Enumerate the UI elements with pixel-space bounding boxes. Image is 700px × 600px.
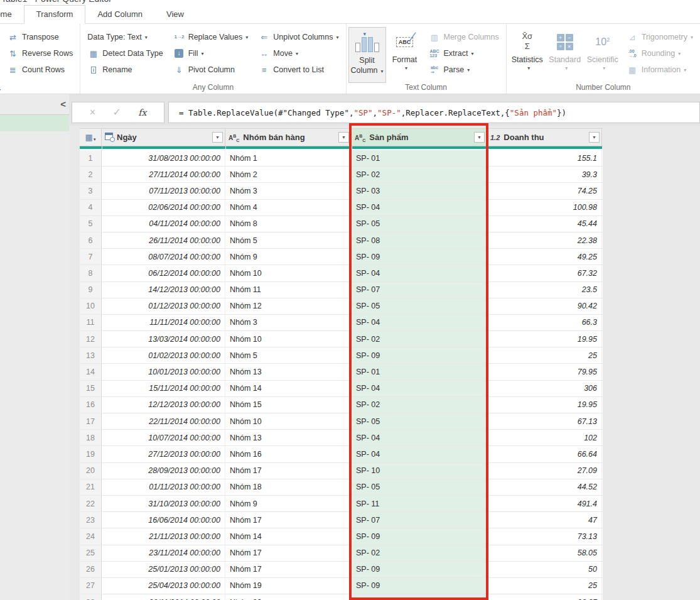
- cell-sản-phẩm[interactable]: SP- 09: [352, 528, 487, 544]
- row-number[interactable]: 8: [80, 265, 102, 281]
- cell-nhóm-bán-hàng[interactable]: Nhóm 5: [225, 347, 352, 363]
- row-number[interactable]: 26: [80, 562, 102, 577]
- cell-doanh-thu[interactable]: 45.44: [487, 216, 602, 232]
- cell-nhóm-bán-hàng[interactable]: Nhóm 17: [225, 463, 352, 479]
- cell-ngày[interactable]: 10/01/2013 00:00:00: [102, 364, 225, 379]
- cell-nhóm-bán-hàng[interactable]: Nhóm 14: [225, 528, 352, 544]
- row-number[interactable]: 5: [80, 216, 102, 232]
- cell-ngày[interactable]: 15/11/2014 00:00:00: [102, 381, 225, 396]
- cell-sản-phẩm[interactable]: SP- 02: [352, 166, 487, 182]
- filter-dropdown-button[interactable]: ▼: [474, 132, 485, 143]
- cell-ngày[interactable]: 25/01/2013 00:00:00: [102, 562, 225, 577]
- parse-button[interactable]: abc⇒Parse▾: [429, 62, 499, 78]
- cell-nhóm-bán-hàng[interactable]: Nhóm 17: [225, 562, 352, 577]
- cell-doanh-thu[interactable]: 27.09: [487, 463, 602, 479]
- cell-sản-phẩm[interactable]: SP- 11: [352, 496, 487, 511]
- cell-sản-phẩm[interactable]: SP- 07: [352, 282, 487, 298]
- cell-ngày[interactable]: 31/10/2013 00:00:00: [102, 496, 225, 511]
- cell-sản-phẩm[interactable]: SP- 02: [352, 397, 487, 413]
- transpose-button[interactable]: ⇄Transpose: [7, 29, 73, 45]
- cell-ngày[interactable]: 23/11/2014 00:00:00: [102, 545, 225, 561]
- row-number[interactable]: 11: [80, 315, 102, 330]
- cell-ngày[interactable]: 08/07/2014 00:00:00: [102, 249, 225, 265]
- extract-button[interactable]: ABC123Extract▾: [429, 45, 499, 62]
- cell-doanh-thu[interactable]: 44.52: [487, 479, 602, 495]
- row-number[interactable]: 20: [80, 463, 102, 479]
- row-number[interactable]: 25: [80, 545, 102, 561]
- column-header-3[interactable]: ABCSản phẩm▼: [352, 129, 487, 146]
- cell-sản-phẩm[interactable]: SP- 01: [352, 150, 487, 166]
- cell-ngày[interactable]: 28/09/2013 00:00:00: [102, 463, 225, 479]
- cell-nhóm-bán-hàng[interactable]: Nhóm 12: [225, 298, 352, 314]
- cell-nhóm-bán-hàng[interactable]: Nhóm 13: [225, 364, 352, 379]
- row-number[interactable]: 4: [80, 200, 102, 215]
- information-button[interactable]: ▦Information▾: [627, 62, 693, 78]
- row-number[interactable]: 16: [80, 397, 102, 413]
- cell-sản-phẩm[interactable]: SP- 09: [352, 347, 487, 363]
- row-number[interactable]: 3: [80, 183, 102, 199]
- cell-doanh-thu[interactable]: 102: [487, 430, 602, 445]
- cell-ngày[interactable]: 22/11/2014 00:00:00: [102, 413, 225, 429]
- trigonometry-button[interactable]: ⊿Trigonometry▾: [627, 29, 693, 45]
- cell-doanh-thu[interactable]: 19.95: [487, 331, 602, 347]
- cell-sản-phẩm[interactable]: SP- 01: [352, 364, 487, 379]
- pivot-column-button[interactable]: ⇓Pivot Column: [173, 62, 249, 78]
- cell-nhóm-bán-hàng[interactable]: Nhóm 5: [225, 232, 352, 248]
- cell-sản-phẩm[interactable]: SP- 03: [352, 183, 487, 199]
- cell-doanh-thu[interactable]: 50: [487, 562, 602, 577]
- cell-ngày[interactable]: 02/06/2014 00:00:00: [102, 200, 225, 215]
- rename-button[interactable]: IRename: [87, 62, 163, 78]
- row-number[interactable]: 22: [80, 496, 102, 511]
- split-column-button[interactable]: SplitColumn▾: [348, 27, 386, 83]
- cell-doanh-thu[interactable]: 79.95: [487, 364, 602, 379]
- cell-doanh-thu[interactable]: 25: [487, 578, 602, 594]
- cell-doanh-thu[interactable]: 49.25: [487, 249, 602, 265]
- merge-columns-button[interactable]: ▥Merge Columns: [429, 29, 499, 45]
- cell-doanh-thu[interactable]: 66.64: [487, 446, 602, 462]
- select-all-cell[interactable]: ▦▾: [80, 129, 102, 146]
- cell-ngày[interactable]: 01/11/2013 00:00:00: [102, 479, 225, 495]
- cell-nhóm-bán-hàng[interactable]: Nhóm 11: [225, 282, 352, 298]
- row-number[interactable]: 7: [80, 249, 102, 265]
- cell-doanh-thu[interactable]: 306: [487, 381, 602, 396]
- cell-nhóm-bán-hàng[interactable]: Nhóm 17: [225, 545, 352, 561]
- cell-ngày[interactable]: 27/12/2013 00:00:00: [102, 446, 225, 462]
- row-number[interactable]: 19: [80, 446, 102, 462]
- data-type-button[interactable]: Data Type: Text▾: [87, 29, 163, 45]
- cell-ngày[interactable]: 20/11/2014 00:00:00: [102, 594, 225, 600]
- row-number[interactable]: 27: [80, 578, 102, 594]
- cell-sản-phẩm[interactable]: SP- 08: [352, 232, 487, 248]
- row-number[interactable]: 28: [80, 594, 102, 600]
- cell-nhóm-bán-hàng[interactable]: Nhóm 14: [225, 381, 352, 396]
- cell-nhóm-bán-hàng[interactable]: Nhóm 10: [225, 265, 352, 281]
- row-number[interactable]: 6: [80, 232, 102, 248]
- cell-ngày[interactable]: 25/04/2013 00:00:00: [102, 578, 225, 594]
- move-button[interactable]: ↔Move▾: [258, 45, 338, 62]
- formula-input[interactable]: = Table.ReplaceValue(#"Changed Type","SP…: [168, 102, 700, 123]
- cell-sản-phẩm[interactable]: SP- 05: [352, 216, 487, 232]
- column-header-1[interactable]: Ngày▼: [102, 129, 225, 146]
- cell-nhóm-bán-hàng[interactable]: Nhóm 10: [225, 331, 352, 347]
- cell-doanh-thu[interactable]: 39.3: [487, 166, 602, 182]
- cell-sản-phẩm[interactable]: SP- 09: [352, 562, 487, 577]
- tab-add-column[interactable]: Add Column: [85, 6, 154, 23]
- cell-ngày[interactable]: 13/03/2014 00:00:00: [102, 331, 225, 347]
- cancel-formula-icon[interactable]: ×: [90, 107, 95, 117]
- cell-doanh-thu[interactable]: 19.95: [487, 397, 602, 413]
- cell-ngày[interactable]: 12/12/2013 00:00:00: [102, 397, 225, 413]
- tab-transform[interactable]: Transform: [24, 5, 86, 24]
- row-number[interactable]: 17: [80, 413, 102, 429]
- unpivot-columns-button[interactable]: ⇐Unpivot Columns▾: [258, 29, 338, 45]
- cell-nhóm-bán-hàng[interactable]: Nhóm 20: [225, 594, 352, 600]
- cell-sản-phẩm[interactable]: SP- 02: [352, 331, 487, 347]
- cell-doanh-thu[interactable]: 67.32: [487, 265, 602, 281]
- filter-dropdown-button[interactable]: ▼: [212, 132, 223, 143]
- cell-nhóm-bán-hàng[interactable]: Nhóm 19: [225, 578, 352, 594]
- cell-doanh-thu[interactable]: 491.4: [487, 496, 602, 511]
- cell-nhóm-bán-hàng[interactable]: Nhóm 16: [225, 446, 352, 462]
- cell-doanh-thu[interactable]: 66.3: [487, 315, 602, 330]
- cell-sản-phẩm[interactable]: SP- 05: [352, 479, 487, 495]
- detect-data-type-button[interactable]: ▦Detect Data Type: [87, 45, 163, 62]
- cell-doanh-thu[interactable]: 23.5: [487, 282, 602, 298]
- cell-nhóm-bán-hàng[interactable]: Nhóm 18: [225, 479, 352, 495]
